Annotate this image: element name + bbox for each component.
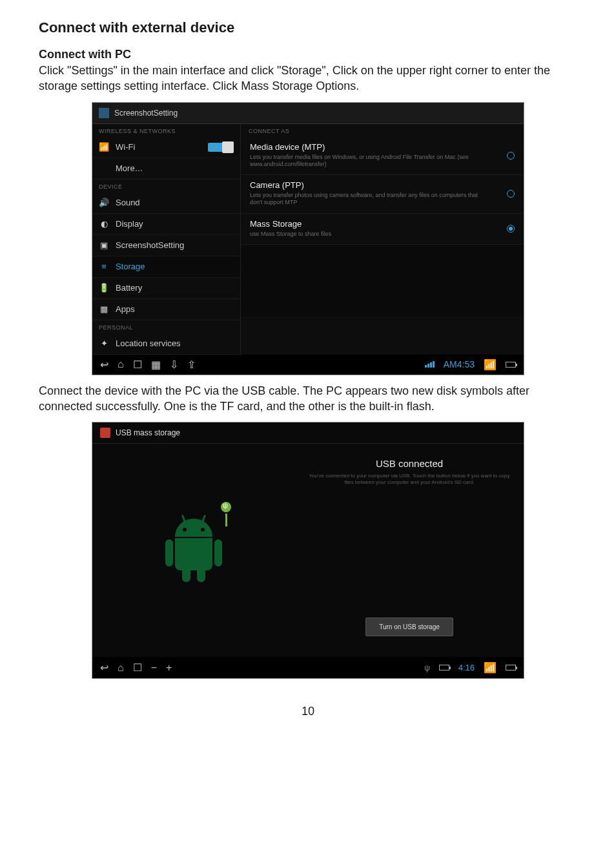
mass-title: Mass Storage [250, 219, 515, 229]
vol-down-softkey[interactable]: ⇩ [170, 359, 178, 371]
settings-sidebar: WIRELESS & NETWORKS 📶 Wi-Fi More… DEVICE… [92, 124, 241, 355]
intro-paragraph: Click "Settings" in the main interface a… [39, 63, 577, 94]
connect-as-header: CONNECT AS [241, 124, 524, 137]
location-label: Location services [116, 338, 180, 348]
usb-connector-icon [221, 503, 231, 526]
usb-connected-heading: USB connected [308, 458, 511, 469]
wifi-toggle[interactable] [208, 143, 234, 152]
ptp-radio[interactable] [507, 190, 515, 198]
apps-icon: ▦ [99, 304, 109, 315]
system-bar: ↩ ⌂ ☐ − + ψ 4:16 📶 [92, 657, 524, 678]
screenshot-label: ScreenshotSetting [116, 240, 184, 250]
status-time: AM4:53 [444, 359, 475, 369]
back-softkey[interactable]: ↩ [100, 661, 108, 674]
battery-icon: 🔋 [99, 283, 109, 293]
sidebar-item-more[interactable]: More… [92, 158, 240, 180]
blank-icon [99, 163, 109, 174]
vol-up-softkey[interactable]: + [166, 662, 172, 674]
sidebar-item-battery[interactable]: 🔋 Battery [92, 278, 240, 299]
sound-label: Sound [116, 198, 140, 207]
sound-icon: 🔊 [99, 198, 109, 208]
page-title: Connect with external device [39, 19, 577, 36]
display-label: Display [116, 219, 143, 229]
battery-status-icon [439, 665, 449, 671]
window-title: ScreenshotSetting [114, 109, 178, 118]
recents-softkey[interactable]: ☐ [133, 359, 142, 371]
settings-detail-pane: CONNECT AS Media device (MTP) Lets you t… [241, 124, 524, 355]
usb-info-pane: USB connected You've connected to your c… [295, 444, 524, 657]
category-device: DEVICE [92, 180, 240, 192]
display-icon: ◐ [99, 219, 109, 229]
recents-softkey[interactable]: ☐ [133, 661, 142, 674]
screenshot-settings: ScreenshotSetting WIRELESS & NETWORKS 📶 … [92, 102, 524, 375]
option-mass-storage[interactable]: Mass Storage use Mass Storage to share f… [241, 214, 524, 245]
wifi-label: Wi-Fi [116, 142, 135, 152]
signal-icon [425, 361, 435, 368]
ptp-title: Camera (PTP) [250, 180, 515, 190]
sidebar-item-screenshot[interactable]: ▣ ScreenshotSetting [92, 235, 240, 256]
usb-status-icon: ψ [424, 663, 430, 672]
usb-connected-desc: You've connected to your computer via US… [308, 473, 511, 486]
sidebar-item-apps[interactable]: ▦ Apps [92, 299, 240, 320]
storage-label: Storage [116, 262, 145, 271]
status-time: 4:16 [458, 663, 475, 672]
window-titlebar: ScreenshotSetting [92, 103, 524, 124]
sidebar-item-location[interactable]: ✦ Location services [92, 333, 240, 355]
screenshot-softkey[interactable]: ▦ [151, 359, 161, 371]
storage-icon: ≡ [99, 262, 109, 272]
mass-radio[interactable] [507, 225, 515, 233]
vol-down-softkey[interactable]: − [151, 662, 157, 674]
wifi-icon: 📶 [99, 142, 109, 152]
option-mtp[interactable]: Media device (MTP) Lets you transfer med… [241, 137, 524, 176]
illustration-pane [92, 444, 295, 657]
mid-paragraph: Connect the device with the PC via the U… [39, 383, 577, 415]
sidebar-item-display[interactable]: ◐ Display [92, 214, 240, 235]
back-softkey[interactable]: ↩ [100, 359, 108, 371]
home-softkey[interactable]: ⌂ [118, 359, 124, 370]
usb-app-icon [100, 428, 110, 438]
category-wireless: WIRELESS & NETWORKS [92, 124, 240, 137]
android-robot-icon [168, 515, 220, 586]
option-ptp[interactable]: Camera (PTP) Lets you transfer photos us… [241, 175, 524, 214]
mtp-title: Media device (MTP) [250, 142, 515, 152]
sidebar-item-sound[interactable]: 🔊 Sound [92, 192, 240, 214]
window-title: USB mass storage [116, 428, 180, 437]
more-label: More… [116, 163, 143, 173]
ptp-desc: Lets you transfer photos using camera so… [250, 192, 482, 207]
vol-up-softkey[interactable]: ⇪ [187, 359, 196, 371]
system-bar: ↩ ⌂ ☐ ▦ ⇩ ⇪ AM4:53 📶 [92, 355, 524, 375]
battery-status-icon [506, 362, 516, 368]
window-titlebar: USB mass storage [92, 422, 524, 444]
battery-label: Battery [116, 283, 142, 293]
mass-desc: use Mass Storage to share files [250, 231, 482, 238]
mtp-desc: Lets you transfer media files on Windows… [250, 154, 482, 169]
screenshot-icon: ▣ [99, 240, 109, 251]
mtp-radio[interactable] [507, 152, 515, 160]
apps-label: Apps [116, 304, 135, 314]
home-softkey[interactable]: ⌂ [118, 662, 124, 674]
wifi-status-icon: 📶 [484, 359, 497, 371]
page-number: 10 [39, 705, 577, 718]
battery-status-icon-2 [506, 665, 516, 671]
sidebar-item-storage[interactable]: ≡ Storage [92, 256, 240, 278]
sidebar-item-wifi[interactable]: 📶 Wi-Fi [92, 137, 240, 158]
wifi-status-icon: 📶 [484, 661, 497, 674]
settings-slider-icon [99, 108, 109, 118]
section-subtitle: Connect with PC [39, 48, 577, 61]
turn-on-usb-storage-button[interactable]: Turn on USB storage [365, 618, 453, 636]
category-personal: PERSONAL [92, 320, 240, 333]
location-icon: ✦ [99, 338, 109, 349]
screenshot-usb-storage: USB mass storage USB connected You've co… [92, 422, 524, 679]
